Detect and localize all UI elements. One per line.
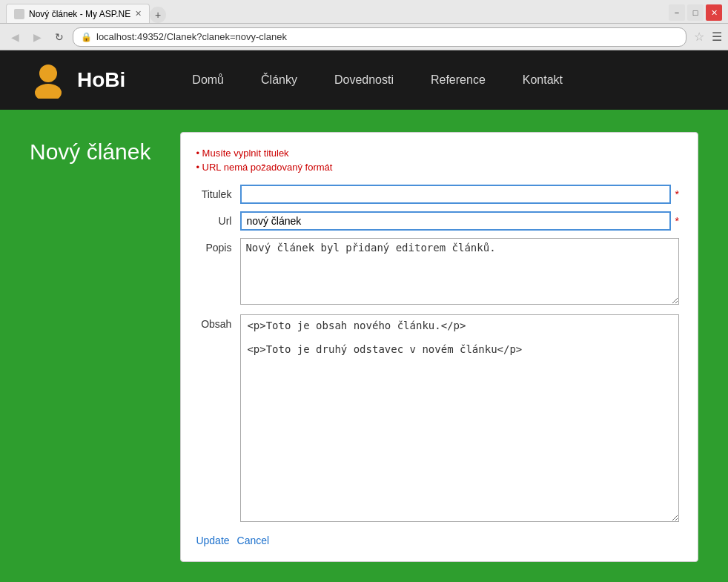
browser-navbar: ◀ ▶ ↻ 🔒 ☆ ☰	[0, 24, 728, 50]
browser-menu-icon[interactable]: ☰	[712, 30, 722, 44]
form-row-url: Url *	[196, 211, 679, 231]
form-row-obsah: Obsah <p>Toto je obsah nového článku.</p…	[196, 314, 679, 524]
tab-title: Nový článek - My ASP.NE	[29, 9, 130, 19]
form-card: Musíte vyplnit titulek URL nemá požadova…	[180, 132, 698, 562]
close-button[interactable]: ✕	[706, 4, 722, 21]
site-header: HoBi Domů Články Dovednosti Reference Ko…	[0, 50, 728, 110]
url-label: Url	[196, 211, 240, 227]
validation-error-1: URL nemá požadovaný formát	[196, 162, 679, 173]
logo-area: HoBi	[30, 62, 125, 99]
form-actions: Update Cancel	[196, 535, 679, 546]
tab-favicon	[14, 9, 24, 19]
nav-clanky[interactable]: Články	[261, 73, 297, 87]
back-button[interactable]: ◀	[6, 28, 24, 46]
nav-dovednosti[interactable]: Dovednosti	[334, 73, 394, 87]
url-field	[240, 211, 670, 231]
address-bar-container: 🔒	[73, 27, 686, 47]
address-bar-input[interactable]	[96, 31, 678, 42]
popis-textarea[interactable]: Nový článek byl přidaný editorem článků.	[240, 238, 679, 305]
popis-label: Popis	[196, 238, 240, 254]
titulek-field	[240, 185, 670, 204]
svg-point-1	[35, 84, 62, 99]
url-required-marker: *	[675, 211, 679, 227]
form-row-popis: Popis Nový článek byl přidaný editorem č…	[196, 238, 679, 307]
validation-error-0: Musíte vyplnit titulek	[196, 148, 679, 159]
cancel-button[interactable]: Cancel	[237, 535, 270, 546]
window-controls: − □ ✕	[669, 4, 722, 21]
url-input[interactable]	[240, 211, 670, 231]
address-bar-lock-icon: 🔒	[81, 32, 92, 42]
svg-point-0	[39, 65, 57, 82]
page-title: Nový článek	[30, 132, 150, 165]
nav-domu[interactable]: Domů	[192, 73, 224, 87]
site-nav: Domů Články Dovednosti Reference Kontakt	[192, 73, 563, 87]
update-button[interactable]: Update	[196, 535, 229, 546]
new-tab-button[interactable]: +	[150, 7, 166, 23]
browser-tab[interactable]: Nový článek - My ASP.NE ✕	[6, 4, 150, 23]
minimize-button[interactable]: −	[669, 4, 685, 21]
titulek-input[interactable]	[240, 185, 670, 204]
refresh-button[interactable]: ↻	[50, 28, 68, 46]
tab-close-button[interactable]: ✕	[135, 9, 142, 19]
nav-reference[interactable]: Reference	[431, 73, 486, 87]
main-content: Nový článek Musíte vyplnit titulek URL n…	[0, 110, 728, 582]
form-row-titulek: Titulek *	[196, 185, 679, 204]
site-logo-text: HoBi	[77, 68, 125, 92]
obsah-field: <p>Toto je obsah nového článku.</p> <p>T…	[240, 314, 679, 524]
bookmark-star-icon[interactable]: ☆	[694, 30, 704, 44]
popis-field: Nový článek byl přidaný editorem článků.	[240, 238, 679, 307]
forward-button[interactable]: ▶	[28, 28, 46, 46]
maximize-button[interactable]: □	[687, 4, 704, 21]
avatar-icon	[30, 62, 67, 99]
obsah-textarea[interactable]: <p>Toto je obsah nového článku.</p> <p>T…	[240, 314, 679, 522]
titulek-required-marker: *	[675, 185, 679, 200]
titulek-label: Titulek	[196, 185, 240, 200]
nav-kontakt[interactable]: Kontakt	[523, 73, 563, 87]
obsah-label: Obsah	[196, 314, 240, 330]
validation-errors: Musíte vyplnit titulek URL nemá požadova…	[196, 148, 679, 173]
